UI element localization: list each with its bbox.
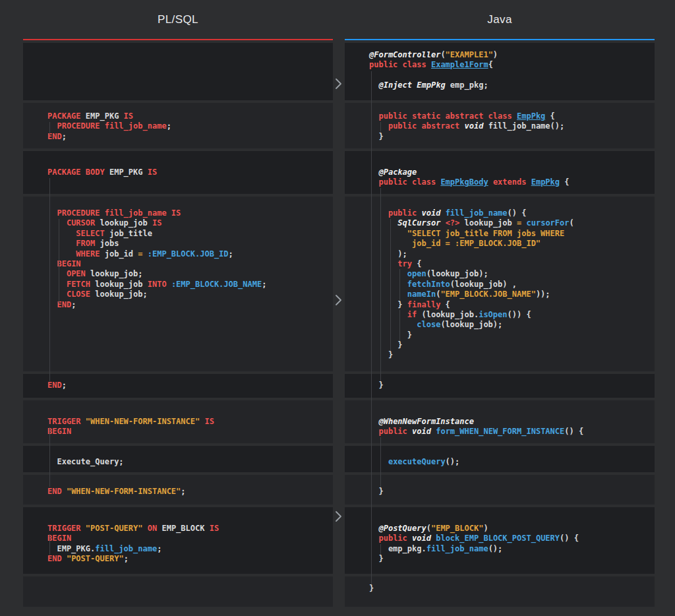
indent-guide [380,437,381,487]
code-line: END; [47,381,333,390]
code-line: close(lookup_job); [369,320,655,330]
code-line: TRIGGER "POST-QUERY" ON EMP_BLOCK IS [47,524,333,534]
java-code-column: @FormController("EXAMPLE1")public class … [345,43,655,609]
plsql-code-block-3: PACKAGE BODY EMP_PKG IS [23,151,333,194]
code-line: OPEN lookup_job; [47,269,333,279]
plsql-code-block-5: END; [23,374,333,398]
content: PACKAGE EMP_PKG IS PROCEDURE fill_job_na… [0,43,675,609]
java-code-block-5: } [345,374,655,398]
code-line: } [369,132,655,142]
code-line: PACKAGE BODY EMP_PKG IS [47,168,333,177]
java-code-block-3: @Package public class EmpPkgBody extends… [345,151,655,194]
code-line: "SELECT job_title FROM jobs WHERE [369,229,655,239]
indent-guide [390,219,391,351]
plsql-code-column: PACKAGE EMP_PKG IS PROCEDURE fill_job_na… [23,43,333,609]
code-line: BEGIN [47,427,333,437]
plsql-code-block-4: PROCEDURE fill_job_name IS CURSOR lookup… [23,197,333,371]
code-line: } [369,381,655,390]
code-line: if (lookup_job.isOpen()) { [369,310,655,320]
plsql-code-block-7: Execute_Query; [23,446,333,472]
code-line: emp_pkg.fill_job_name(); [369,544,655,554]
indent-guide [399,269,400,300]
plsql-title: PL/SQL [23,13,333,26]
code-line: } finally { [369,300,655,310]
code-line: TRIGGER "WHEN-NEW-FORM-INSTANCE" IS [47,417,333,427]
code-line: WHERE job_id = :EMP_BLOCK.JOB_ID; [47,249,333,259]
plsql-code-block-2: PACKAGE EMP_PKG IS PROCEDURE fill_job_na… [23,103,333,148]
indent-guide [49,534,50,555]
indent-guide [59,219,59,303]
mapping-chevron-icon [335,510,342,525]
code-line: try { [369,259,655,269]
code-line: END; [47,300,333,310]
mapping-gutter [333,43,345,609]
indent-guide [399,310,400,341]
code-line: @PostQuery("EMP_BLOCK") [369,524,655,534]
code-line: } [369,350,655,360]
java-code-block-9: @PostQuery("EMP_BLOCK") public void bloc… [345,507,655,574]
code-line: job_id = :EMP_BLOCK.JOB_ID" [369,239,655,249]
code-line: public static abstract class EmpPkg { [369,111,655,121]
code-comparison: PL/SQL Java PACKAGE EMP_PKG IS PROCEDURE… [0,0,675,609]
code-line: END; [47,132,333,142]
code-line: END "WHEN-NEW-FORM-INSTANCE"; [47,487,333,497]
plsql-code-block-10 [23,576,333,607]
java-code-block-1: @FormController("EXAMPLE1")public class … [345,43,655,100]
code-line: BEGIN [47,259,333,269]
code-line: PROCEDURE fill_job_name IS [47,208,333,218]
java-code-block-4: public void fill_job_name() { SqlCursor … [345,197,655,371]
plsql-code-block-8: END "WHEN-NEW-FORM-INSTANCE"; [23,475,333,505]
java-code-block-7: executeQuery(); [345,446,655,472]
code-line: } [369,330,655,340]
code-line: } [369,340,655,350]
java-code-block-10: } [345,576,655,607]
code-line: public void form_WHEN_NEW_FORM_INSTANCE(… [369,427,655,437]
plsql-code-block-1 [23,43,333,100]
code-line: PROCEDURE fill_job_name; [47,121,333,131]
code-line: SELECT job_title [47,229,333,239]
code-line: @FormController("EXAMPLE1") [369,50,655,60]
mapping-chevron-icon [335,78,342,92]
plsql-code-block-6: TRIGGER "WHEN-NEW-FORM-INSTANCE" ISBEGIN [23,400,333,443]
code-line: public class EmpPkgBody extends EmpPkg { [369,177,655,187]
code-line: FROM jobs [47,239,333,249]
plsql-accent-rule [23,39,333,40]
code-line: CURSOR lookup_job IS [47,218,333,228]
java-code-block-8: } [345,475,655,505]
indent-guide [380,122,381,132]
java-code-block-2: public static abstract class EmpPkg { pu… [345,103,655,148]
java-accent-rule [345,39,655,40]
mapping-chevron-icon [335,294,342,309]
code-line: SqlCursor <?> lookup_job = cursorFor( [369,218,655,228]
indent-guide [49,122,50,134]
code-line: @Package [369,168,655,177]
code-line: Execute_Query; [47,457,333,467]
code-line: nameIn("EMP_BLOCK.JOB_NAME")); [369,290,655,299]
code-line: public void block_EMP_BLOCK_POST_QUERY()… [369,534,655,543]
code-line: ); [369,249,655,259]
code-line: @WhenNewFormInstance [369,417,655,427]
code-line: PACKAGE EMP_PKG IS [47,111,333,121]
indent-guide [380,544,381,555]
code-line: EMP_PKG.fill_job_name; [47,544,333,554]
indent-guide [380,188,381,381]
code-line: END "POST-QUERY"; [47,554,333,564]
code-line: BEGIN [47,534,333,543]
java-title: Java [345,13,655,26]
code-line: @Inject EmpPkg emp_pkg; [369,80,655,90]
code-line: public class Example1Form{ [369,60,655,70]
code-line: public void fill_job_name() { [369,208,655,218]
code-line: } [369,584,655,594]
code-line: open(lookup_job); [369,269,655,279]
plsql-code-block-9: TRIGGER "POST-QUERY" ON EMP_BLOCK ISBEGI… [23,507,333,574]
code-line: public abstract void fill_job_name(); [369,121,655,131]
java-code-block-6: @WhenNewFormInstance public void form_WH… [345,400,655,443]
code-line [369,71,655,80]
indent-guide [49,427,50,487]
code-line: FETCH lookup_job INTO :EMP_BLOCK.JOB_NAM… [47,280,333,290]
code-line: } [369,554,655,564]
indent-guide [49,178,50,381]
code-line: executeQuery(); [369,457,655,467]
code-line: fetchInto(lookup_job) , [369,280,655,290]
accent-rules [0,39,675,40]
